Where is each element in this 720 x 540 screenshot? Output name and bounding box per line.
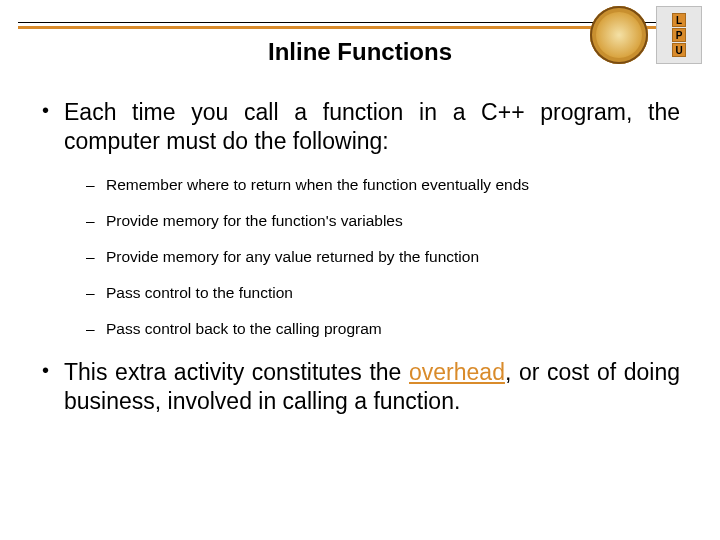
sub-bullet: Pass control to the function (86, 283, 680, 303)
conclusion-pre: This extra activity constitutes the (64, 359, 409, 385)
slide-title: Inline Functions (0, 38, 720, 66)
lpu-letter: L (672, 13, 686, 27)
bullet-intro-text: Each time you call a function in a C++ p… (64, 99, 680, 154)
sub-bullet: Pass control back to the calling program (86, 319, 680, 339)
conclusion-highlight: overhead (409, 359, 505, 385)
bullet-conclusion: This extra activity constitutes the over… (40, 358, 680, 417)
main-bullet-list: Each time you call a function in a C++ p… (40, 98, 680, 416)
sub-bullet: Provide memory for any value returned by… (86, 247, 680, 267)
header: L P U Inline Functions (0, 0, 720, 80)
bullet-intro: Each time you call a function in a C++ p… (40, 98, 680, 340)
sub-bullet: Provide memory for the function's variab… (86, 211, 680, 231)
sub-bullet: Remember where to return when the functi… (86, 175, 680, 195)
sub-bullet-list: Remember where to return when the functi… (86, 175, 680, 340)
slide-content: Each time you call a function in a C++ p… (0, 80, 720, 416)
